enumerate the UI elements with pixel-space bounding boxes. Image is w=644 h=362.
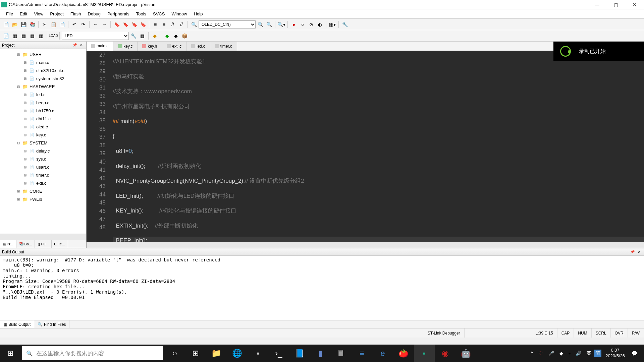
menu-window[interactable]: Window bbox=[168, 10, 190, 18]
tray-security-icon[interactable]: 🛡 bbox=[536, 351, 546, 356]
editor-hscroll[interactable] bbox=[87, 242, 644, 248]
task-keil-icon[interactable]: ▪ bbox=[414, 345, 435, 362]
menu-peripherals[interactable]: Peripherals bbox=[104, 10, 133, 18]
batch-build-icon[interactable]: ▦ bbox=[28, 32, 36, 40]
tab-keyc[interactable]: key.c bbox=[113, 42, 138, 51]
tree-file-system[interactable]: ⊞📄system_stm32 bbox=[0, 74, 86, 82]
menu-help[interactable]: Help bbox=[191, 10, 206, 18]
task-android-icon[interactable]: 🤖 bbox=[455, 345, 476, 362]
tree-folder-user[interactable]: ⊟📁USER bbox=[0, 50, 86, 58]
debug-icon[interactable]: 🔍▾ bbox=[277, 20, 285, 28]
comment-icon[interactable]: // bbox=[169, 20, 177, 28]
indent-icon[interactable]: ≡ bbox=[151, 20, 159, 28]
panel-tab-books[interactable]: 📚 Bo... bbox=[16, 240, 35, 248]
tray-battery-icon[interactable]: ▫ bbox=[566, 351, 573, 356]
open-file-icon[interactable]: 📂 bbox=[11, 20, 19, 28]
tree-folder-core[interactable]: ⊞📁CORE bbox=[0, 187, 86, 195]
bookmark-prev-icon[interactable]: 🔖 bbox=[121, 20, 129, 28]
task-cortana-icon[interactable]: ○ bbox=[164, 345, 185, 362]
tree-file-beep[interactable]: ⊞📄beep.c bbox=[0, 99, 86, 107]
stop-build-icon[interactable]: ▦ bbox=[37, 32, 45, 40]
build-output-content[interactable]: main.c(33): warning: #177-D: variable "t… bbox=[0, 256, 644, 320]
pack-installer-icon[interactable]: 📦 bbox=[180, 32, 189, 40]
menu-edit[interactable]: Edit bbox=[16, 10, 31, 18]
menu-file[interactable]: File bbox=[3, 10, 16, 18]
build-pin-icon[interactable]: 📌 bbox=[629, 250, 636, 254]
panel-tab-project[interactable]: ▦ Pr... bbox=[0, 240, 16, 248]
rebuild-icon[interactable]: ▦ bbox=[19, 32, 28, 40]
tray-notifications-icon[interactable]: 💬 bbox=[629, 351, 640, 356]
target-combo[interactable]: LED bbox=[62, 32, 129, 40]
tree-file-oled[interactable]: ⊞📄oled.c bbox=[0, 123, 86, 131]
target-options-icon[interactable]: 🔧 bbox=[129, 32, 138, 40]
tray-clock[interactable]: 0:07 2020/5/26 bbox=[601, 348, 629, 359]
tree-hscroll[interactable] bbox=[0, 234, 86, 240]
new-file-icon[interactable]: 📄 bbox=[2, 20, 10, 28]
bookmark-icon[interactable]: 🔖 bbox=[113, 20, 121, 28]
window-icon[interactable]: ▦▾ bbox=[328, 20, 336, 28]
task-vs-icon[interactable]: ▮ bbox=[310, 345, 331, 362]
menu-tools[interactable]: Tools bbox=[133, 10, 150, 18]
bookmark-clear-icon[interactable]: 🔖 bbox=[139, 20, 147, 28]
find-next-icon[interactable]: 🔍 bbox=[256, 20, 264, 28]
menu-debug[interactable]: Debug bbox=[85, 10, 104, 18]
tab-led[interactable]: led.c bbox=[186, 42, 210, 51]
build-tab-output[interactable]: ▦ Build Output bbox=[0, 320, 34, 328]
minimize-button[interactable]: — bbox=[592, 2, 602, 7]
books-icon[interactable]: ◆ bbox=[163, 32, 171, 40]
tree-file-led[interactable]: ⊞📄led.c bbox=[0, 90, 86, 99]
redo-icon[interactable]: ↷ bbox=[79, 20, 87, 28]
menu-svcs[interactable]: SVCS bbox=[150, 10, 168, 18]
uncomment-icon[interactable]: // bbox=[177, 20, 185, 28]
breakpoint-kill-icon[interactable]: ⊘ bbox=[307, 20, 315, 28]
tree-file-usart[interactable]: ⊞📄usart.c bbox=[0, 163, 86, 171]
tray-volume-icon[interactable]: 🔊 bbox=[573, 351, 584, 356]
download-icon[interactable]: LOAD bbox=[49, 32, 57, 40]
tab-keyh[interactable]: key.h bbox=[138, 42, 162, 51]
task-pomo-icon[interactable]: 🍅 bbox=[393, 345, 414, 362]
tree-file-timer[interactable]: ⊞📄timer.c bbox=[0, 171, 86, 179]
translate-icon[interactable]: 📄 bbox=[2, 32, 10, 40]
config-wizard-icon[interactable]: ◆ bbox=[172, 32, 180, 40]
incremental-find-icon[interactable]: 🔍 bbox=[265, 20, 273, 28]
tray-mic-icon[interactable]: 🎤 bbox=[546, 351, 557, 356]
tray-ime-mode[interactable]: 简 bbox=[594, 350, 601, 357]
task-terminal-icon[interactable]: ▪ bbox=[248, 345, 268, 362]
save-icon[interactable]: 💾 bbox=[19, 20, 28, 28]
panel-close-icon[interactable]: ✕ bbox=[78, 43, 84, 47]
tree-file-key[interactable]: ⊞📄key.c bbox=[0, 131, 86, 139]
outdent-icon[interactable]: ≡ bbox=[160, 20, 168, 28]
tree-file-sys[interactable]: ⊞📄sys.c bbox=[0, 155, 86, 163]
panel-tab-functions[interactable]: {} Fu... bbox=[35, 240, 51, 248]
file-ext-icon[interactable]: ▦ bbox=[138, 32, 146, 40]
tray-ime-lang[interactable]: 英 bbox=[584, 350, 594, 356]
menu-project[interactable]: Project bbox=[47, 10, 67, 18]
save-all-icon[interactable]: 📚 bbox=[28, 20, 36, 28]
menu-flash[interactable]: Flash bbox=[67, 10, 85, 18]
tab-main[interactable]: main.c bbox=[87, 42, 113, 51]
panel-tab-templates[interactable]: 0. Te... bbox=[52, 240, 68, 248]
breakpoint-insert-icon[interactable]: ● bbox=[290, 20, 298, 28]
start-button[interactable]: ⊞ bbox=[0, 345, 21, 362]
task-wps-icon[interactable]: 📘 bbox=[289, 345, 310, 362]
tree-file-stm32[interactable]: ⊞📄stm32f10x_it.c bbox=[0, 66, 86, 74]
maximize-button[interactable]: ▢ bbox=[610, 2, 621, 7]
task-rec-icon[interactable]: ◉ bbox=[435, 345, 455, 362]
bookmark-next-icon[interactable]: 🔖 bbox=[130, 20, 138, 28]
paste-icon[interactable]: 📄 bbox=[58, 20, 66, 28]
tree-file-exti[interactable]: ⊞📄exti.c bbox=[0, 179, 86, 187]
breakpoint-disable-icon[interactable]: ○ bbox=[299, 20, 307, 28]
cut-icon[interactable]: ✂ bbox=[41, 20, 49, 28]
build-tab-find[interactable]: 🔍 Find In Files bbox=[34, 320, 69, 328]
tree-folder-system[interactable]: ⊟📁SYSTEM bbox=[0, 139, 86, 147]
tree-file-bh1750[interactable]: ⊞📄bh1750.c bbox=[0, 107, 86, 115]
build-icon[interactable]: ▦ bbox=[11, 32, 19, 40]
task-view-icon[interactable]: ⊞ bbox=[185, 345, 206, 362]
task-explorer-icon[interactable]: 📁 bbox=[206, 345, 227, 362]
close-button[interactable]: ✕ bbox=[629, 2, 640, 7]
taskbar-search[interactable]: 🔍 在这里输入你要搜索的内容 bbox=[22, 346, 163, 360]
task-chrome-icon[interactable]: 🌐 bbox=[227, 345, 248, 362]
breakpoint-enable-icon[interactable]: ◐ bbox=[316, 20, 324, 28]
tab-timer[interactable]: timer.c bbox=[210, 42, 237, 51]
code-content[interactable]: //ALIENTEK miniSTM32开发板实验1 //跑马灯实验 //技术支… bbox=[110, 51, 644, 242]
